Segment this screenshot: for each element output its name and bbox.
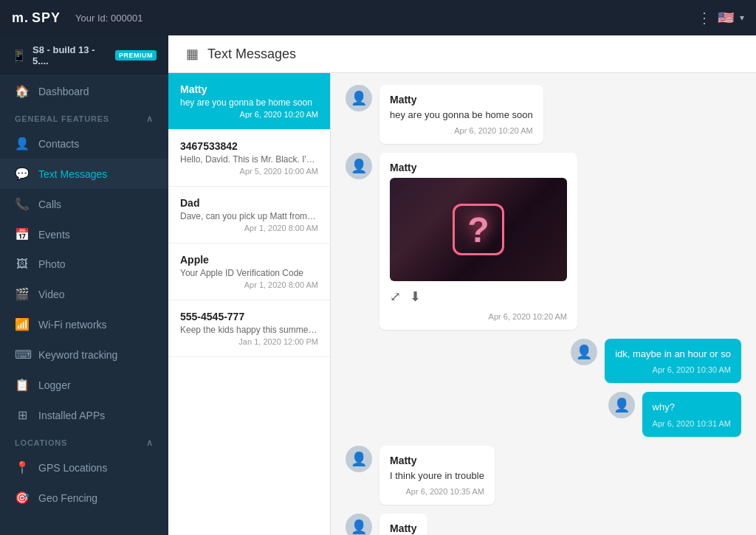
- message-bubble: why? Apr 6, 2020 10:31 AM: [642, 392, 741, 436]
- sidebar-item-video[interactable]: 🎬 Video: [0, 279, 168, 309]
- video-label: Video: [38, 289, 65, 300]
- message-sender: Matty: [390, 455, 484, 466]
- question-mark-graphic: ?: [453, 204, 504, 255]
- message-row: 👤 Matty I think youre in trouble Apr 6, …: [346, 446, 741, 505]
- contacts-icon: 👤: [15, 137, 30, 151]
- message-time: Apr 6, 2020 10:35 AM: [390, 487, 484, 496]
- message-time: Apr 6, 2020 10:20 AM: [390, 126, 533, 135]
- sidebar-item-keyword-tracking[interactable]: ⌨ Keyword tracking: [0, 339, 168, 370]
- topbar-right: ⋮ 🇺🇸 ▾: [697, 9, 744, 27]
- photo-label: Photo: [38, 258, 66, 270]
- conv-time: Apr 6, 2020 10:20 AM: [180, 110, 318, 119]
- language-chevron-icon[interactable]: ▾: [740, 13, 744, 23]
- message-text: I think youre in trouble: [390, 469, 484, 483]
- topbar: m.SPY Your Id: 000001 ⋮ 🇺🇸 ▾: [0, 0, 756, 35]
- geo-icon: 🎯: [15, 491, 30, 505]
- sidebar-item-installed-apps[interactable]: ⊞ Installed APPs: [0, 400, 168, 430]
- sidebar-item-text-messages[interactable]: 💬 Text Messages: [0, 159, 168, 189]
- more-options-icon[interactable]: ⋮: [697, 9, 712, 27]
- conversation-item-3467533842[interactable]: 3467533842 Hello, David. This is Mr. Bla…: [168, 130, 330, 187]
- avatar: 👤: [346, 446, 372, 472]
- messages-icon: 💬: [15, 167, 30, 181]
- expand-icon[interactable]: ⤢: [390, 289, 401, 305]
- logo-m: m.: [12, 10, 29, 26]
- geo-label: Geo Fencing: [38, 492, 97, 504]
- download-icon[interactable]: ⬇: [410, 289, 421, 305]
- photo-icon: 🖼: [15, 258, 30, 271]
- events-icon: 📅: [15, 227, 30, 241]
- main-layout: 📱 S8 - build 13 - 5.... PREMIUM 🏠 Dashbo…: [0, 35, 756, 535]
- message-time: Apr 6, 2020 10:31 AM: [653, 419, 731, 428]
- apps-label: Installed APPs: [38, 410, 105, 421]
- contacts-label: Contacts: [38, 138, 79, 150]
- sidebar-item-calls[interactable]: 📞 Calls: [0, 189, 168, 219]
- logo-spy: SPY: [32, 10, 61, 26]
- avatar: 👤: [346, 514, 372, 535]
- message-time: Apr 6, 2020 10:30 AM: [615, 365, 731, 374]
- image-actions: ⤢ ⬇: [390, 286, 567, 308]
- conversation-item-555[interactable]: 555-4545-777 Keep the kids happy this su…: [168, 300, 330, 357]
- device-name: S8 - build 13 - 5....: [32, 44, 109, 66]
- page-title: Text Messages: [207, 46, 296, 62]
- calendar-icon[interactable]: ▦: [186, 46, 199, 62]
- message-sender: Matty: [390, 162, 567, 173]
- message-bubble: Matty: [379, 514, 427, 535]
- general-features-section: GENERAL FEATURES ∧: [0, 106, 168, 128]
- gps-label: GPS Locations: [38, 462, 107, 474]
- logo: m.SPY: [12, 10, 61, 26]
- sidebar-item-dashboard[interactable]: 🏠 Dashboard: [0, 76, 168, 106]
- conv-preview: Hello, David. This is Mr. Black. I've no…: [180, 154, 318, 165]
- conv-name: 3467533842: [180, 140, 318, 152]
- message-bubble: Matty I think youre in trouble Apr 6, 20…: [379, 446, 495, 505]
- conv-name: Dad: [180, 197, 318, 209]
- chat-area: 👤 Matty hey are you gonna be home soon A…: [331, 73, 756, 535]
- message-text: hey are you gonna be home soon: [390, 108, 533, 122]
- premium-badge: PREMIUM: [115, 50, 157, 61]
- sidebar-item-contacts[interactable]: 👤 Contacts: [0, 128, 168, 159]
- locations-section: LOCATIONS ∧: [0, 430, 168, 452]
- text-messages-label: Text Messages: [38, 168, 107, 180]
- message-row: 👤 Matty: [346, 514, 741, 535]
- avatar: 👤: [608, 392, 635, 418]
- device-icon: 📱: [12, 49, 27, 63]
- message-row: why? Apr 6, 2020 10:31 AM 👤: [346, 392, 741, 436]
- device-row: 📱 S8 - build 13 - 5.... PREMIUM: [0, 35, 168, 76]
- video-icon: 🎬: [15, 287, 30, 301]
- dashboard-label: Dashboard: [38, 86, 89, 97]
- locations-chevron-icon: ∧: [146, 438, 154, 448]
- locations-label: LOCATIONS: [15, 438, 67, 447]
- calls-icon: 📞: [15, 197, 30, 211]
- keyword-icon: ⌨: [15, 348, 30, 362]
- conv-name: 555-4545-777: [180, 311, 318, 322]
- events-label: Events: [38, 229, 70, 241]
- conversation-list: Matty hey are you gonna be home soon Apr…: [168, 73, 331, 535]
- sidebar-item-wifi[interactable]: 📶 Wi-Fi networks: [0, 309, 168, 339]
- messages-layout: Matty hey are you gonna be home soon Apr…: [168, 73, 756, 535]
- conversation-item-dad[interactable]: Dad Dave, can you pick up Matt from scho…: [168, 187, 330, 244]
- keyword-label: Keyword tracking: [38, 349, 117, 361]
- page-content: ▦ Text Messages Matty hey are you gonna …: [168, 35, 756, 535]
- conv-time: Apr 5, 2020 10:00 AM: [180, 167, 318, 176]
- message-image: ?: [390, 178, 567, 281]
- message-text: why?: [653, 401, 731, 414]
- sidebar-item-events[interactable]: 📅 Events: [0, 219, 168, 249]
- conversation-item-apple[interactable]: Apple Your Apple ID Verification Code Ap…: [168, 244, 330, 300]
- general-chevron-icon: ∧: [146, 114, 154, 124]
- conv-name: Apple: [180, 254, 318, 266]
- sidebar-item-logger[interactable]: 📋 Logger: [0, 370, 168, 400]
- message-bubble: Matty ? ⤢ ⬇ Apr 6, 2020 10:20 AM: [379, 153, 577, 330]
- general-features-label: GENERAL FEATURES: [15, 114, 109, 123]
- sidebar-item-geo-fencing[interactable]: 🎯 Geo Fencing: [0, 483, 168, 513]
- logger-icon: 📋: [15, 378, 30, 392]
- sidebar-item-photo[interactable]: 🖼 Photo: [0, 249, 168, 279]
- message-bubble: idk, maybe in an hour or so Apr 6, 2020 …: [605, 339, 741, 383]
- sidebar-item-gps[interactable]: 📍 GPS Locations: [0, 452, 168, 483]
- language-flag[interactable]: 🇺🇸: [718, 10, 734, 26]
- wifi-icon: 📶: [15, 317, 30, 331]
- message-row: 👤 Matty ? ⤢ ⬇ Apr 6, 2020 10:20 AM: [346, 153, 741, 330]
- message-bubble: Matty hey are you gonna be home soon Apr…: [379, 85, 543, 144]
- conversation-item-matty[interactable]: Matty hey are you gonna be home soon Apr…: [168, 73, 330, 130]
- message-row: idk, maybe in an hour or so Apr 6, 2020 …: [346, 339, 741, 383]
- message-sender: Matty: [390, 522, 417, 534]
- conv-preview: hey are you gonna be home soon: [180, 97, 318, 108]
